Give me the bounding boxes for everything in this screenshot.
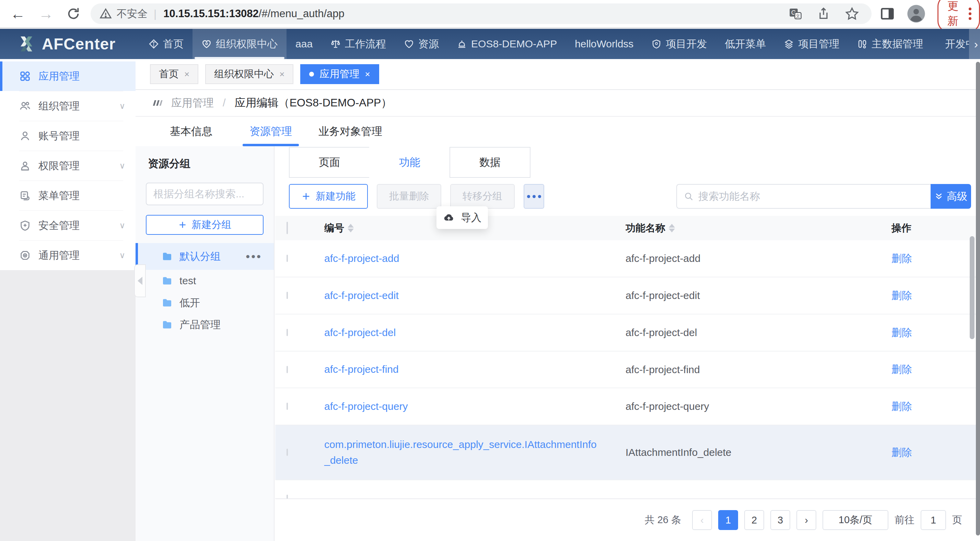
nav-item-in-development[interactable]: 开发中 <box>932 29 969 59</box>
alarm-icon <box>457 39 467 49</box>
breadcrumb-section[interactable]: 应用管理 <box>171 96 214 110</box>
row-checkbox[interactable] <box>286 255 288 262</box>
delete-link[interactable]: 删除 <box>891 252 977 266</box>
nav-item-project-dev[interactable]: 项目开发 <box>642 29 716 59</box>
page-1-button[interactable]: 1 <box>718 510 738 530</box>
nav-item-project-mgmt[interactable]: 项目管理 <box>775 29 848 59</box>
tab-app-mgmt[interactable]: 应用管理 × <box>300 64 379 84</box>
page-scrollbar[interactable] <box>976 62 980 536</box>
sort-icon[interactable] <box>348 224 354 232</box>
function-id-link[interactable]: afc-f-project-del <box>324 325 602 341</box>
tab-resource-mgmt[interactable]: 资源管理 <box>231 117 310 146</box>
delete-link[interactable]: 删除 <box>891 289 977 303</box>
sidebar-item-permission-mgmt[interactable]: 权限管理 ∨ <box>0 151 135 180</box>
delete-link[interactable]: 删除 <box>891 362 977 377</box>
new-group-button[interactable]: 新建分组 <box>146 215 264 235</box>
row-checkbox[interactable] <box>286 292 288 299</box>
new-function-button[interactable]: 新建功能 <box>289 184 368 209</box>
row-checkbox[interactable] <box>286 495 288 498</box>
security-warning-icon[interactable] <box>100 8 112 20</box>
delete-link[interactable]: 删除 <box>891 400 977 413</box>
resource-content: 页面 功能 数据 新建功能 批量删除 转移分组 <box>275 146 980 541</box>
close-icon[interactable]: × <box>365 69 370 80</box>
nav-overflow-chevron-icon[interactable]: › <box>969 29 980 59</box>
group-item-lowcode[interactable]: 低开 <box>135 292 274 314</box>
nav-item-master-data[interactable]: 主数据管理 <box>848 29 932 59</box>
sidebar-item-account-mgmt[interactable]: 账号管理 <box>0 121 135 151</box>
import-menu-item[interactable]: 导入 <box>436 206 488 229</box>
bookmark-star-icon[interactable] <box>845 6 859 21</box>
row-checkbox[interactable] <box>286 329 288 336</box>
tab-org-auth-center[interactable]: 组织权限中心 × <box>205 64 293 84</box>
sidebar-item-security-mgmt[interactable]: 安全管理 ∨ <box>0 211 135 240</box>
tab-business-object-mgmt[interactable]: 业务对象管理 <box>310 117 390 146</box>
browser-forward-icon[interactable]: → <box>38 6 54 21</box>
nav-item-home[interactable]: 首页 <box>140 29 192 59</box>
tab-functions[interactable]: 功能 <box>369 147 450 178</box>
group-more-icon[interactable]: ••• <box>246 250 262 263</box>
delete-link[interactable]: 删除 <box>891 445 977 460</box>
delete-link[interactable]: 删除 <box>891 326 977 340</box>
sidebar-item-app-mgmt[interactable]: 应用管理 <box>0 61 135 91</box>
browser-menu-icon[interactable] <box>969 8 971 20</box>
panel-collapse-handle[interactable] <box>134 264 146 297</box>
tab-home[interactable]: 首页 × <box>150 64 198 84</box>
tab-pages[interactable]: 页面 <box>289 147 370 178</box>
function-id-link[interactable]: afc-f-project-find <box>324 361 602 378</box>
side-panel-icon[interactable] <box>880 6 895 21</box>
tab-basic-info[interactable]: 基本信息 <box>151 117 231 146</box>
browser-back-icon[interactable]: ← <box>10 6 25 21</box>
function-id-link[interactable]: afc-f-project-add <box>324 251 602 267</box>
group-search-box[interactable] <box>146 183 264 205</box>
transfer-group-button[interactable]: 转移分组 <box>450 184 515 209</box>
sidebar-item-org-mgmt[interactable]: 组织管理 ∨ <box>0 91 135 121</box>
sidebar-item-general-mgmt[interactable]: 通用管理 ∨ <box>0 241 135 270</box>
address-bar[interactable]: 不安全 | 10.15.15.151:13082 /#/menu_auth/ap… <box>91 3 872 24</box>
batch-delete-button[interactable]: 批量删除 <box>377 184 441 209</box>
next-page-button[interactable]: › <box>796 510 816 530</box>
function-id-link[interactable]: afc-f-project-edit <box>324 288 602 304</box>
browser-update-button[interactable]: 更新 <box>937 0 980 33</box>
translate-icon[interactable]: G文 <box>789 7 802 21</box>
row-checkbox[interactable] <box>286 366 288 373</box>
nav-item-resource[interactable]: 资源 <box>395 29 448 59</box>
page-3-button[interactable]: 3 <box>770 510 790 530</box>
page-unit-label: 页 <box>952 513 962 527</box>
close-icon[interactable]: × <box>279 69 285 80</box>
select-all-checkbox[interactable] <box>286 222 288 234</box>
heart-icon <box>201 39 212 49</box>
table-scrollbar[interactable] <box>970 236 975 339</box>
row-checkbox[interactable] <box>286 403 288 410</box>
close-icon[interactable]: × <box>184 69 189 80</box>
group-item-default[interactable]: 默认分组 ••• <box>135 243 274 270</box>
goto-page-input[interactable] <box>921 510 946 530</box>
browser-reload-icon[interactable] <box>67 7 80 21</box>
profile-avatar-icon[interactable] <box>907 4 926 23</box>
page-2-button[interactable]: 2 <box>744 510 764 530</box>
advanced-search-button[interactable]: 高级 <box>931 184 971 209</box>
nav-item-eos8-demo-app[interactable]: EOS8-DEMO-APP <box>448 29 566 59</box>
nav-item-workflow[interactable]: 工作流程 <box>321 29 395 59</box>
nav-item-lowcode-menu[interactable]: 低开菜单 <box>716 29 775 59</box>
prev-page-button[interactable]: ‹ <box>692 510 712 530</box>
nav-item-helloworldss[interactable]: helloWorldss <box>566 29 642 59</box>
share-icon[interactable] <box>817 7 830 21</box>
more-actions-button[interactable] <box>523 184 544 209</box>
nav-item-org-auth-center[interactable]: 组织权限中心 <box>192 29 286 59</box>
page-size-select[interactable]: 10条/页 <box>822 510 888 530</box>
function-search-input[interactable] <box>698 190 924 202</box>
group-item-test[interactable]: test <box>135 270 274 292</box>
row-checkbox[interactable] <box>286 448 288 456</box>
group-item-product-mgmt[interactable]: 产品管理 <box>135 314 274 336</box>
table-row: com.primeton.liujie.resource_apply_servi… <box>275 425 977 480</box>
afcenter-logo-icon <box>16 34 37 54</box>
sort-icon[interactable] <box>669 224 675 232</box>
tab-data[interactable]: 数据 <box>450 147 530 178</box>
function-id-link[interactable]: com.primeton.liujie.resource_apply_servi… <box>324 437 602 469</box>
function-id-link[interactable]: afc-f-project-query <box>324 399 602 415</box>
nav-item-aaa[interactable]: aaa <box>286 29 321 59</box>
sidebar-item-menu-mgmt[interactable]: 菜单管理 <box>0 181 135 211</box>
group-search-input[interactable] <box>153 188 256 200</box>
function-search-box[interactable] <box>676 184 931 209</box>
table-row: afc-f-project-edit afc-f-project-edit 删除 <box>275 278 977 314</box>
